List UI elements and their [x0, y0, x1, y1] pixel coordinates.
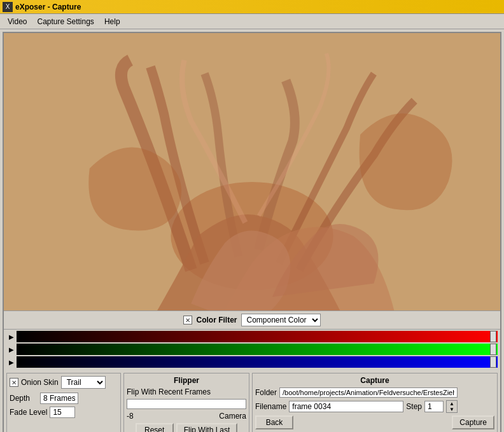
color-filter-bar: ✕ Color Filter Component Color RGB Grays…: [4, 310, 500, 330]
blue-right-handle[interactable]: [490, 356, 496, 368]
back-button[interactable]: Back: [255, 415, 293, 429]
flipper-slider-row: [127, 399, 246, 409]
video-area: [4, 33, 500, 310]
fade-level-row: Fade Level: [10, 407, 118, 418]
onion-skin-section: ✕ Onion Skin Trail Loop Single Depth Fad…: [6, 373, 121, 432]
flip-label-row: Flip With Recent Frames: [127, 387, 246, 396]
green-right-handle[interactable]: [490, 344, 496, 355]
main-window: ✕ Color Filter Component Color RGB Grays…: [3, 32, 501, 432]
color-filter-label: Color Filter: [196, 316, 237, 324]
onion-skin-label: Onion Skin: [21, 378, 59, 387]
flipper-section: Flipper Flip With Recent Frames -8 Camer…: [123, 373, 249, 432]
depth-input[interactable]: [40, 393, 78, 404]
filename-label: Filename: [255, 402, 286, 411]
onion-skin-header: ✕ Onion Skin Trail Loop Single: [10, 376, 118, 389]
folder-label: Folder: [255, 388, 277, 397]
capture-section: Capture Folder Filename Step ▲ ▼ Back Ca…: [252, 373, 498, 432]
menu-help[interactable]: Help: [99, 16, 125, 27]
color-filter-checkbox[interactable]: ✕: [183, 316, 192, 324]
red-right-handle[interactable]: [490, 331, 496, 342]
depth-label: Depth: [10, 394, 30, 403]
flipper-track[interactable]: [127, 399, 246, 409]
title-bar-text: eXposer - Capture: [15, 3, 81, 11]
video-canvas: [4, 33, 500, 310]
fade-level-label: Fade Level: [10, 408, 47, 417]
blue-left-handle[interactable]: ▶: [6, 356, 17, 368]
menu-bar: Video Capture Settings Help: [0, 14, 504, 29]
reset-button[interactable]: Reset: [136, 423, 174, 432]
step-down-button[interactable]: ▼: [447, 407, 457, 412]
bottom-panel: ✕ Onion Skin Trail Loop Single Depth Fad…: [4, 370, 500, 432]
menu-capture-settings[interactable]: Capture Settings: [32, 16, 99, 27]
capture-buttons-row: Back Capture: [255, 415, 494, 429]
flipper-buttons: Reset Flip With Last: [127, 423, 246, 432]
fade-level-input[interactable]: [50, 407, 75, 418]
blue-gradient-bar[interactable]: [17, 356, 498, 368]
app-icon: X: [3, 2, 13, 12]
blue-bar-row: ▶: [6, 356, 498, 368]
flipper-title: Flipper: [127, 376, 246, 385]
step-label: Step: [406, 402, 422, 411]
red-bar-row: ▶: [6, 331, 498, 342]
filename-row: Filename Step ▲ ▼: [255, 400, 494, 413]
step-input[interactable]: [424, 401, 444, 412]
title-bar: X eXposer - Capture: [0, 0, 504, 14]
folder-input[interactable]: [279, 387, 458, 398]
trail-dropdown[interactable]: Trail Loop Single: [61, 376, 106, 389]
folder-row: Folder: [255, 387, 494, 398]
flipper-range-row: -8 Camera: [127, 412, 246, 421]
flipper-max-label: Camera: [219, 412, 246, 421]
filename-input[interactable]: [289, 401, 403, 412]
capture-button[interactable]: Capture: [452, 415, 494, 429]
flip-with-recent-label: Flip With Recent Frames: [127, 387, 211, 396]
gradient-bars: ▶ ▶ ▶: [4, 330, 500, 370]
red-left-handle[interactable]: ▶: [6, 331, 17, 342]
step-spinner[interactable]: ▲ ▼: [446, 400, 458, 413]
green-left-handle[interactable]: ▶: [6, 344, 17, 355]
green-bar-row: ▶: [6, 344, 498, 355]
capture-title: Capture: [255, 376, 494, 385]
flip-last-button[interactable]: Flip With Last: [176, 423, 238, 432]
onion-skin-checkbox[interactable]: ✕: [10, 378, 18, 387]
flipper-min-label: -8: [127, 412, 134, 421]
step-up-button[interactable]: ▲: [447, 401, 457, 407]
green-gradient-bar[interactable]: [17, 344, 498, 355]
menu-video[interactable]: Video: [3, 16, 32, 27]
depth-row: Depth: [10, 393, 118, 404]
red-gradient-bar[interactable]: [17, 331, 498, 342]
color-filter-dropdown[interactable]: Component Color RGB Grayscale: [241, 314, 321, 326]
